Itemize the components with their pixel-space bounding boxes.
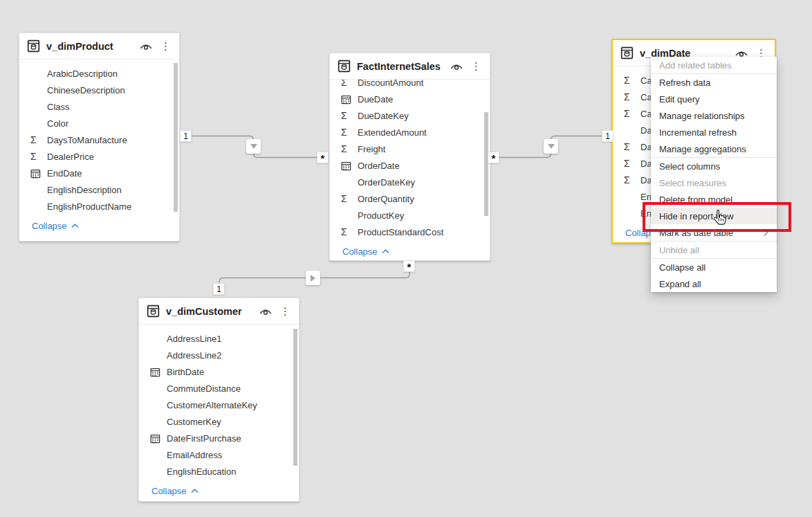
field-row-EndDate[interactable]: EndDate xyxy=(19,165,179,181)
sigma-icon: Σ xyxy=(341,127,347,137)
menu-item-collapse-all[interactable]: Collapse all xyxy=(651,259,777,275)
field-name: ProductStandardCost xyxy=(358,227,443,237)
cardinality-many-label: * xyxy=(403,260,415,272)
sigma-icon: Σ xyxy=(341,194,347,203)
chevron-up-icon xyxy=(71,224,79,228)
table-card-header[interactable]: v_dimCustomer ⋮ xyxy=(139,298,299,325)
table-card-header[interactable]: v_dimProduct ⋮ xyxy=(19,33,179,60)
cardinality-one-label: 1 xyxy=(180,130,192,142)
menu-item-edit-query[interactable]: Edit query xyxy=(651,91,777,107)
field-row-ChineseDescription[interactable]: ChineseDescription xyxy=(19,82,179,98)
table-card-v_dimProduct[interactable]: v_dimProduct ⋮ ArabicDescriptionChineseD… xyxy=(19,33,180,242)
sigma-icon: Σ xyxy=(624,142,630,152)
field-row-EmailAddress[interactable]: EmailAddress xyxy=(139,446,299,463)
filter-direction-arrow-down[interactable] xyxy=(544,139,558,154)
field-name: ProductKey xyxy=(358,210,404,221)
more-options-icon[interactable]: ⋮ xyxy=(279,306,292,316)
menu-item-manage-relationships[interactable]: Manage relationships xyxy=(651,107,777,124)
field-row-BirthDate[interactable]: BirthDate xyxy=(139,363,299,380)
field-row-DueDate[interactable]: DueDate xyxy=(330,91,490,107)
field-name: OrderQuantity xyxy=(358,194,414,204)
table-card-FactInternetSales[interactable]: FactInternetSales ⋮ ΣDiscountAmountDueDa… xyxy=(329,53,490,261)
field-row-ProductKey[interactable]: ProductKey xyxy=(330,207,490,224)
collapse-label: Collapse xyxy=(342,246,378,257)
field-row-AddressLine2[interactable]: AddressLine2 xyxy=(139,347,299,363)
table-title: v_dimProduct xyxy=(46,41,133,52)
menu-item-add-related-tables: Add related tables xyxy=(651,57,777,73)
eye-icon[interactable] xyxy=(139,42,153,51)
table-title: v_dimCustomer xyxy=(166,306,252,317)
field-row-AddressLine1[interactable]: AddressLine1 xyxy=(139,330,299,347)
field-row-Class[interactable]: Class xyxy=(19,98,179,115)
filter-direction-arrow-down[interactable] xyxy=(246,139,261,154)
collapse-link[interactable]: Collapse xyxy=(330,243,490,260)
field-row-EnglishDescription[interactable]: EnglishDescription xyxy=(19,181,179,198)
sigma-icon: Σ xyxy=(624,175,630,185)
menu-item-expand-all[interactable]: Expand all xyxy=(651,275,777,292)
table-card-header[interactable]: FactInternetSales ⋮ xyxy=(330,53,490,80)
field-row-ProductStandardCost[interactable]: ΣProductStandardCost xyxy=(330,224,490,240)
table-card-v_dimCustomer[interactable]: v_dimCustomer ⋮ AddressLine1AddressLine2… xyxy=(138,298,299,502)
field-row-OrderDate[interactable]: OrderDate xyxy=(330,157,490,174)
field-name: AddressLine1 xyxy=(167,334,222,344)
vertical-scrollbar[interactable] xyxy=(484,112,488,216)
menu-item-incremental-refresh[interactable]: Incremental refresh xyxy=(651,124,777,140)
field-name: EmailAddress xyxy=(167,450,222,460)
sigma-icon: Σ xyxy=(624,75,630,85)
eye-icon[interactable] xyxy=(450,62,463,71)
field-row-CustomerAlternateKey[interactable]: CustomerAlternateKey xyxy=(139,397,299,413)
field-row-OrderQuantity[interactable]: ΣOrderQuantity xyxy=(330,190,490,207)
more-options-icon[interactable]: ⋮ xyxy=(159,41,172,51)
field-name: OrderDateKey xyxy=(358,177,415,188)
field-row-Color[interactable]: Color xyxy=(19,115,179,131)
field-row-CustomerKey[interactable]: CustomerKey xyxy=(139,413,299,430)
field-row-ExtendedAmount[interactable]: ΣExtendedAmount xyxy=(330,124,490,140)
sigma-icon: Σ xyxy=(624,92,630,102)
sigma-icon: Σ xyxy=(30,135,37,145)
menu-item-label: Refresh data xyxy=(659,78,710,88)
field-name: AddressLine2 xyxy=(167,350,222,361)
field-row-EnglishEducation[interactable]: EnglishEducation xyxy=(139,463,299,480)
field-row-ArabicDescription[interactable]: ArabicDescription xyxy=(19,65,179,82)
menu-item-manage-aggregations[interactable]: Manage aggregations xyxy=(651,140,777,157)
arrow-right-icon xyxy=(311,275,315,282)
field-row-DaysToManufacture[interactable]: ΣDaysToManufacture xyxy=(19,131,179,148)
field-row-CommuteDistance[interactable]: CommuteDistance xyxy=(139,380,299,397)
field-row-DiscountAmount[interactable]: ΣDiscountAmount xyxy=(330,80,490,91)
collapse-link[interactable]: Collapse xyxy=(19,217,179,234)
field-name: DaysToManufacture xyxy=(47,135,127,145)
menu-item-select-measures: Select measures xyxy=(651,174,777,191)
filter-direction-arrow-right[interactable] xyxy=(306,271,320,285)
eye-icon[interactable] xyxy=(259,307,273,316)
table-icon xyxy=(338,60,351,73)
hand-pointer-cursor xyxy=(712,209,728,230)
field-name: ChineseDescription xyxy=(47,85,125,96)
menu-item-unhide-all: Unhide all xyxy=(651,242,777,258)
field-name: CommuteDistance xyxy=(167,383,241,394)
vertical-scrollbar[interactable] xyxy=(293,329,297,466)
sigma-icon: Σ xyxy=(341,227,347,237)
field-row-DateFirstPurchase[interactable]: DateFirstPurchase xyxy=(139,430,299,446)
field-name: EndDate xyxy=(47,168,82,179)
field-name: Color xyxy=(47,118,68,129)
menu-item-refresh-data[interactable]: Refresh data xyxy=(651,74,777,91)
vertical-scrollbar[interactable] xyxy=(174,63,178,212)
cardinality-one-label: 1 xyxy=(213,283,225,295)
table-title: FactInternetSales xyxy=(357,61,443,72)
collapse-link[interactable]: Collapse xyxy=(139,482,299,499)
context-menu: Add related tablesRefresh dataEdit query… xyxy=(651,57,777,292)
field-row-Freight[interactable]: ΣFreight xyxy=(330,140,490,157)
field-name: CustomerKey xyxy=(167,417,221,427)
cardinality-one-label: 1 xyxy=(602,130,613,142)
field-row-DealerPrice[interactable]: ΣDealerPrice xyxy=(19,148,179,165)
field-row-OrderDateKey[interactable]: OrderDateKey xyxy=(330,174,490,190)
field-row-EnglishProductName[interactable]: EnglishProductName xyxy=(19,198,179,215)
menu-item-select-columns[interactable]: Select columns xyxy=(651,158,777,174)
sigma-icon: Σ xyxy=(341,80,347,87)
field-name: OrderDate xyxy=(358,161,400,171)
menu-item-label: Select measures xyxy=(659,178,726,188)
menu-item-label: Incremental refresh xyxy=(659,127,737,138)
table-icon xyxy=(620,46,634,60)
more-options-icon[interactable]: ⋮ xyxy=(470,61,483,71)
field-row-DueDateKey[interactable]: ΣDueDateKey xyxy=(330,107,490,124)
